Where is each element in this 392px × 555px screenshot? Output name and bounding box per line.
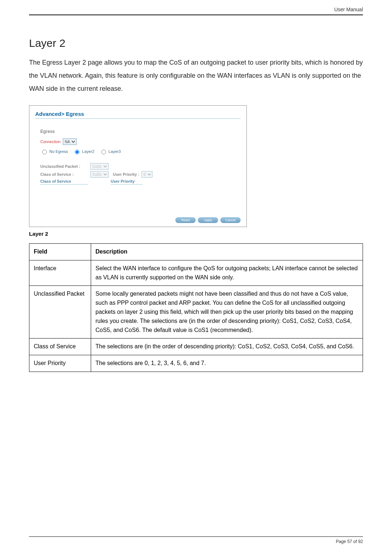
th-field: Field [29,244,91,260]
field-desc: Select the WAN interface to configure th… [91,260,363,286]
page-header: User Manual [29,0,363,15]
radio-layer3-input[interactable] [101,150,106,154]
field-name: Class of Service [29,339,91,355]
field-name: Unclassified Packet [29,286,91,339]
field-name: User Priority [29,355,91,372]
up-col-header: User Priority [111,179,143,185]
intro-paragraph: The Egress Layer 2 page allows you to ma… [29,56,363,95]
radio-no-egress-input[interactable] [42,150,47,154]
unclassified-row: Unclassified Packet : CoS1 [40,163,241,170]
cos-row: Class of Service : CoS1 User Priority : … [40,171,241,178]
table-row: Class of Service The selections are (in … [29,339,363,355]
unclassified-label: Unclassified Packet : [40,164,88,169]
panel-buttons: Reset Apply Cancel [35,217,241,223]
egress-heading: Egress [40,129,241,134]
section-heading: Layer 2 [29,37,363,49]
cos-select[interactable]: CoS1 [90,171,109,178]
connection-label: Connection [40,139,61,144]
radio-no-egress-label: No Egress [49,149,68,154]
radio-layer2[interactable]: Layer2 [73,149,94,154]
page-footer: Page 57 of 92 [29,536,363,544]
page-number: Page 57 of 92 [336,539,363,544]
field-table: Field Description Interface Select the W… [29,243,363,372]
reset-button[interactable]: Reset [175,217,196,223]
unclassified-select[interactable]: CoS1 [90,163,109,170]
radio-layer3-label: Layer3 [109,149,121,154]
connection-row: Connection NA [40,138,241,145]
table-row: Interface Select the WAN interface to co… [29,260,363,286]
field-desc: The selections are (in the order of desc… [91,339,363,355]
header-title: User Manual [334,7,363,12]
breadcrumb: Advanced> Egress [35,111,241,119]
cos-col-header: Class of Service [40,179,88,185]
field-name: Interface [29,260,91,286]
cos-table-header: Class of Service User Priority [40,179,241,185]
egress-config-block: Unclassified Packet : CoS1 Class of Serv… [40,163,241,185]
radio-layer2-input[interactable] [75,150,79,154]
field-desc: The selections are 0, 1, 2, 3, 4, 5, 6, … [91,355,363,372]
cos-label: Class of Service : [40,172,88,177]
cancel-button[interactable]: Cancel [220,217,241,223]
radio-layer2-label: Layer2 [82,149,94,154]
apply-button[interactable]: Apply [198,217,218,223]
connection-select[interactable]: NA [63,138,77,145]
table-row: Unclassified Packet Some locally generat… [29,286,363,339]
th-description: Description [91,244,363,260]
field-desc: Some locally generated packets might not… [91,286,363,339]
user-priority-label: User Priority : [113,172,139,177]
egress-mode-radios: No Egress Layer2 Layer3 [40,149,241,154]
radio-no-egress[interactable]: No Egress [40,149,68,154]
user-priority-select[interactable]: 0 [142,171,152,178]
radio-layer3[interactable]: Layer3 [99,149,121,154]
egress-panel: Advanced> Egress Egress Connection NA No… [29,105,247,227]
figure-caption: Layer 2 [29,231,363,237]
table-row: User Priority The selections are 0, 1, 2… [29,355,363,372]
